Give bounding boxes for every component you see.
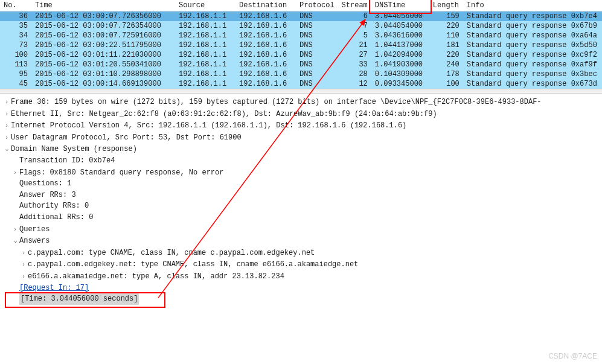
cell-info: Standard query response 0xaf9f [463,60,602,69]
cell-dst: 192.168.1.6 [235,60,296,69]
tree-answer-item[interactable]: › c.paypal.com: type CNAME, class IN, cn… [2,247,602,259]
col-info[interactable]: Info [463,0,602,11]
collapse-icon[interactable]: ⌄ [2,143,11,155]
tree-time-text: [Time: 3.044056000 seconds] [19,293,139,305]
col-protocol[interactable]: Protocol [296,0,338,11]
tree-request-in-link[interactable]: [Request In: 17] [19,283,89,294]
tree-answer-rrs[interactable]: Answer RRs: 3 [2,190,602,201]
table-row[interactable]: 1132015-06-12 03:01:20.550341000192.168.… [0,60,602,69]
cell-proto: DNS [296,40,338,50]
cell-stream: 12 [338,79,371,89]
cell-length: 100 [429,79,463,89]
expand-icon[interactable]: › [19,247,28,258]
cell-no: 95 [0,69,31,79]
pane-divider[interactable] [0,89,602,94]
tree-udp[interactable]: › User Datagram Protocol, Src Port: 53, … [2,132,602,144]
cell-info: Standard query response 0x67b9 [463,21,602,31]
cell-proto: DNS [296,21,338,31]
cell-dnstime: 1.041903000 [371,60,429,69]
cell-src: 192.168.1.1 [175,31,235,40]
cell-time: 2015-06-12 03:01:20.550341000 [31,60,175,69]
cell-length: 220 [429,50,463,60]
tree-dns[interactable]: ⌄ Domain Name System (response) [2,143,602,155]
tree-udp-text: User Datagram Protocol, Src Port: 53, Ds… [11,132,242,144]
col-stream[interactable]: Stream [338,0,371,11]
cell-dst: 192.168.1.6 [235,50,296,60]
tree-time-field[interactable]: [Time: 3.044056000 seconds] [2,293,602,305]
cell-stream: 21 [338,40,371,50]
table-row[interactable]: 732015-06-12 03:00:22.511795000192.168.1… [0,40,602,50]
table-row[interactable]: 452015-06-12 03:00:14.669139000192.168.1… [0,79,602,89]
tree-request-in[interactable]: [Request In: 17] [2,283,602,294]
cell-time: 2015-06-12 03:01:10.298898000 [31,69,175,79]
packet-details-tree[interactable]: › Frame 36: 159 bytes on wire (1272 bits… [0,94,602,307]
cell-dst: 192.168.1.6 [235,21,296,31]
cell-proto: DNS [296,79,338,89]
cell-src: 192.168.1.1 [175,11,235,22]
tree-answers-text: Answers [19,235,50,247]
tree-answer-1: c.paypal.com.edgekey.net: type CNAME, cl… [28,259,358,270]
col-no[interactable]: No. [0,0,31,11]
cell-stream: 5 [338,31,371,40]
expand-icon[interactable]: › [11,167,19,178]
tree-questions[interactable]: Questions: 1 [2,178,602,190]
cell-stream: 7 [338,21,371,31]
col-source[interactable]: Source [175,0,235,11]
col-dnstime[interactable]: DNSTime [371,0,429,11]
cell-proto: DNS [296,60,338,69]
cell-src: 192.168.1.1 [175,50,235,60]
tree-questions-text: Questions: 1 [19,178,71,190]
col-length[interactable]: Length [429,0,463,11]
tree-eth[interactable]: › Ethernet II, Src: Netgear_2c:62:f8 (a0… [2,108,602,120]
cell-src: 192.168.1.1 [175,60,235,69]
cell-length: 178 [429,69,463,79]
tree-flags[interactable]: › Flags: 0x8180 Standard query response,… [2,167,602,179]
expand-icon[interactable]: › [2,108,11,120]
cell-dst: 192.168.1.6 [235,69,296,79]
table-row[interactable]: 952015-06-12 03:01:10.298898000192.168.1… [0,69,602,79]
expand-icon[interactable]: › [2,96,11,107]
cell-time: 2015-06-12 03:00:07.725916000 [31,31,175,40]
tree-queries-text: Queries [19,224,50,235]
tree-authority-rrs[interactable]: Authority RRs: 0 [2,200,602,212]
table-row[interactable]: 352015-06-12 03:00:07.726354000192.168.1… [0,21,602,31]
tree-ip[interactable]: › Internet Protocol Version 4, Src: 192.… [2,120,602,132]
expand-icon[interactable]: › [19,270,28,282]
cell-length: 181 [429,40,463,50]
expand-icon[interactable]: › [11,223,19,235]
expand-icon[interactable]: › [2,120,11,131]
cell-dnstime: 3.044056000 [371,11,429,22]
expand-icon[interactable]: › [2,132,11,143]
cell-src: 192.168.1.1 [175,79,235,89]
cell-src: 192.168.1.1 [175,40,235,50]
tree-queries[interactable]: › Queries [2,223,602,235]
cell-src: 192.168.1.1 [175,69,235,79]
col-time[interactable]: Time [31,0,175,11]
cell-length: 220 [429,21,463,31]
packet-list-header-row[interactable]: No. Time Source Destination Protocol Str… [0,0,602,11]
tree-authority-rrs-text: Authority RRs: 0 [19,200,89,212]
cell-time: 2015-06-12 03:00:07.726354000 [31,21,175,31]
tree-answer-item[interactable]: › c.paypal.com.edgekey.net: type CNAME, … [2,258,602,270]
packet-list-table[interactable]: No. Time Source Destination Protocol Str… [0,0,602,89]
cell-dst: 192.168.1.6 [235,31,296,40]
tree-txid[interactable]: Transaction ID: 0xb7e4 [2,155,602,167]
col-destination[interactable]: Destination [235,0,296,11]
table-row[interactable]: 1002015-06-12 03:01:11.221030000192.168.… [0,50,602,60]
tree-additional-rrs[interactable]: Additional RRs: 0 [2,212,602,223]
cell-proto: DNS [296,69,338,79]
tree-answers[interactable]: ⌄ Answers [2,235,602,247]
tree-answer-0: c.paypal.com: type CNAME, class IN, cnam… [28,247,315,259]
tree-answer-rrs-text: Answer RRs: 3 [19,190,76,201]
cell-proto: DNS [296,11,338,22]
tree-answer-item[interactable]: › e6166.a.akamaiedge.net: type A, class … [2,270,602,283]
expand-icon[interactable]: › [19,258,28,270]
cell-src: 192.168.1.1 [175,21,235,31]
packet-list-body[interactable]: 362015-06-12 03:00:07.726356000192.168.1… [0,11,602,89]
cell-proto: DNS [296,31,338,40]
table-row[interactable]: 362015-06-12 03:00:07.726356000192.168.1… [0,11,602,22]
tree-frame[interactable]: › Frame 36: 159 bytes on wire (1272 bits… [2,96,602,108]
collapse-icon[interactable]: ⌄ [11,235,19,246]
table-row[interactable]: 342015-06-12 03:00:07.725916000192.168.1… [0,31,602,40]
cell-dst: 192.168.1.6 [235,40,296,50]
